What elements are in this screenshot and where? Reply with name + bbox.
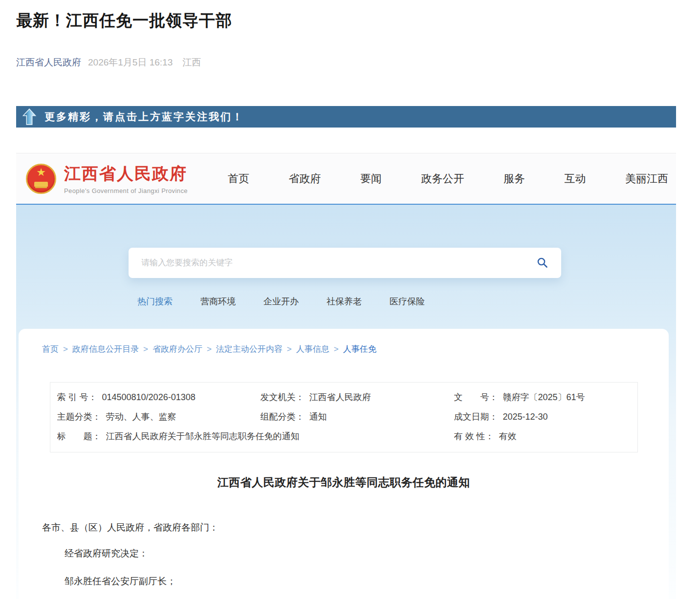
publish-location: 江西 <box>182 56 201 69</box>
document-paragraph: 经省政府研究决定： <box>65 547 669 560</box>
star-icon: ★ <box>27 166 55 179</box>
meta-row: 主题分类：劳动、人事、监察 组配分类：通知 成文日期：2025-12-30 <box>57 407 637 427</box>
hot-search-item[interactable]: 营商环境 <box>200 296 236 307</box>
document-paragraph: 各市、县（区）人民政府，省政府各部门： <box>42 521 669 534</box>
breadcrumb-personnel-info[interactable]: 人事信息 <box>296 343 343 355</box>
article-byline: 江西省人民政府 2026年1月5日 16:13 江西 <box>16 56 700 69</box>
follow-banner: 更多精彩，请点击上方蓝字关注我们！ <box>16 106 676 128</box>
national-emblem-icon: ★ <box>26 164 56 194</box>
breadcrumb-personnel-appointments[interactable]: 人事任免 <box>343 343 376 355</box>
document-paragraph: 邹永胜任省公安厅副厅长； <box>65 575 669 588</box>
nav-item-services[interactable]: 服务 <box>503 171 525 186</box>
nav-item-news[interactable]: 要闻 <box>360 171 382 186</box>
document-body: 各市、县（区）人民政府，省政府各部门： 经省政府研究决定： 邹永胜任省公安厅副厅… <box>19 521 669 588</box>
nav-item-provincial-gov[interactable]: 省政府 <box>289 171 321 186</box>
breadcrumb-home[interactable]: 首页 <box>42 343 72 355</box>
search-input[interactable] <box>141 258 537 268</box>
meta-issue-date: 成文日期：2025-12-30 <box>454 407 637 427</box>
hot-search-row: 热门搜索 营商环境 企业开办 社保养老 医疗保险 <box>137 296 676 307</box>
main-nav: 首页 省政府 要闻 政务公开 服务 互动 美丽江西 <box>228 171 670 186</box>
document-title: 江西省人民政府关于邹永胜等同志职务任免的通知 <box>19 475 669 490</box>
wechat-article: 最新！江西任免一批领导干部 江西省人民政府 2026年1月5日 16:13 江西… <box>0 0 700 599</box>
article-title: 最新！江西任免一批领导干部 <box>16 0 700 32</box>
meta-index-number: 索 引 号：014500810/2026-01308 <box>57 387 261 407</box>
gov-site-body: 热门搜索 营商环境 企业开办 社保养老 医疗保险 首页 政府信息公开目录 省政府… <box>16 205 676 599</box>
meta-document-number: 文 号：赣府字〔2025〕61号 <box>454 387 637 407</box>
search-box[interactable] <box>129 248 561 278</box>
hot-search-label: 热门搜索 <box>137 296 173 307</box>
gate-icon <box>34 182 48 187</box>
breadcrumb-statutory-disclosure[interactable]: 法定主动公开内容 <box>216 343 296 355</box>
author-link[interactable]: 江西省人民政府 <box>16 56 81 69</box>
nav-item-beautiful-jiangxi[interactable]: 美丽江西 <box>625 171 668 186</box>
hot-search-item[interactable]: 社保养老 <box>327 296 362 307</box>
nav-item-interaction[interactable]: 互动 <box>565 171 586 186</box>
meta-validity: 有 效 性：有效 <box>454 427 637 446</box>
site-name: 江西省人民政府 <box>64 163 188 185</box>
meta-topic-category: 主题分类：劳动、人事、监察 <box>57 407 261 427</box>
meta-title: 标 题：江西省人民政府关于邹永胜等同志职务任免的通知 <box>57 427 454 446</box>
meta-group-category: 组配分类：通知 <box>261 407 454 427</box>
content-card: 首页 政府信息公开目录 省政府办公厅 法定主动公开内容 人事信息 人事任免 索 … <box>19 329 669 599</box>
hot-search-item[interactable]: 医疗保险 <box>390 296 425 307</box>
gov-site-screenshot: ★ 江西省人民政府 People's Government of Jiangxi… <box>16 153 676 599</box>
meta-row: 索 引 号：014500810/2026-01308 发文机关：江西省人民政府 … <box>57 387 637 407</box>
search-icon[interactable] <box>537 257 548 269</box>
nav-item-gov-affairs[interactable]: 政务公开 <box>421 171 464 186</box>
site-name-english: People's Government of Jiangxi Province <box>64 187 188 194</box>
hot-search-item[interactable]: 企业开办 <box>263 296 299 307</box>
nav-item-home[interactable]: 首页 <box>228 171 249 186</box>
breadcrumb-general-office[interactable]: 省政府办公厅 <box>153 343 216 355</box>
document-meta-table: 索 引 号：014500810/2026-01308 发文机关：江西省人民政府 … <box>50 382 638 452</box>
breadcrumb: 首页 政府信息公开目录 省政府办公厅 法定主动公开内容 人事信息 人事任免 <box>19 329 669 355</box>
gov-site-header: ★ 江西省人民政府 People's Government of Jiangxi… <box>16 153 676 204</box>
site-brand: 江西省人民政府 People's Government of Jiangxi P… <box>64 163 188 194</box>
follow-banner-text: 更多精彩，请点击上方蓝字关注我们！ <box>44 110 244 124</box>
up-arrow-icon <box>22 108 37 125</box>
breadcrumb-info-directory[interactable]: 政府信息公开目录 <box>72 343 153 355</box>
publish-date: 2026年1月5日 16:13 <box>88 56 173 69</box>
meta-issuing-agency: 发文机关：江西省人民政府 <box>261 387 454 407</box>
meta-row: 标 题：江西省人民政府关于邹永胜等同志职务任免的通知 有 效 性：有效 <box>57 427 637 446</box>
